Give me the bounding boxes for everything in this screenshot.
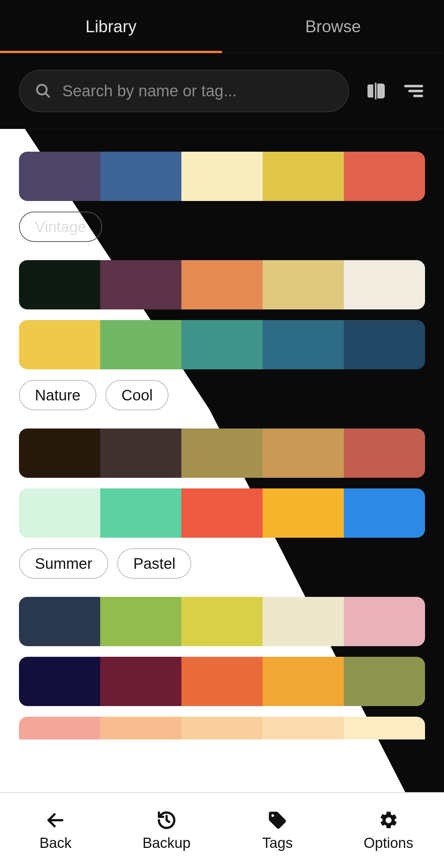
color-swatch[interactable] [100,597,181,646]
options-label: Options [364,835,413,851]
color-swatch[interactable] [263,152,344,201]
svg-line-1 [46,93,50,97]
palette-row[interactable] [19,260,425,309]
palette-row[interactable] [19,597,425,646]
filter-icon[interactable] [402,80,425,102]
color-swatch[interactable] [344,597,425,646]
color-swatch[interactable] [263,429,344,478]
tag-row: NatureCool [19,380,425,410]
color-swatch[interactable] [263,717,344,739]
palette-row[interactable] [19,429,425,478]
color-swatch[interactable] [100,260,181,309]
color-swatch[interactable] [181,429,263,478]
tag-row: SummerPastel [19,548,425,579]
palette-row[interactable] [19,717,425,739]
color-swatch[interactable] [19,488,100,538]
color-swatch[interactable] [181,717,263,739]
color-swatch[interactable] [344,152,425,201]
palette-row[interactable] [19,657,425,706]
gear-icon [378,810,399,830]
color-swatch[interactable] [19,657,100,706]
color-swatch[interactable] [19,152,100,201]
tag-row: Vintage [19,212,425,242]
backup-button[interactable]: Backup [111,810,222,851]
options-button[interactable]: Options [333,810,444,851]
color-swatch[interactable] [100,657,181,706]
tab-library[interactable]: Library [0,0,222,53]
color-swatch[interactable] [181,320,263,369]
color-swatch[interactable] [100,488,181,538]
color-swatch[interactable] [181,260,263,309]
color-swatch[interactable] [344,320,425,369]
tag-chip[interactable]: Pastel [117,548,191,579]
bottom-toolbar: Back Backup Tags Options [0,792,444,868]
color-swatch[interactable] [344,260,425,309]
color-swatch[interactable] [263,260,344,309]
history-icon [156,810,177,830]
color-swatch[interactable] [19,260,100,309]
palette-compare-icon[interactable] [364,80,387,102]
tags-label: Tags [262,835,293,851]
tags-button[interactable]: Tags [222,810,333,851]
color-swatch[interactable] [263,488,344,538]
color-swatch[interactable] [181,152,263,201]
tag-chip[interactable]: Nature [19,380,96,410]
search-input[interactable] [62,82,333,100]
back-label: Back [39,835,71,851]
palette-row[interactable] [19,152,425,201]
arrow-left-icon [45,810,66,830]
color-swatch[interactable] [263,657,344,706]
color-swatch[interactable] [100,320,181,369]
color-swatch[interactable] [344,429,425,478]
tag-chip[interactable]: Vintage [19,212,102,242]
color-swatch[interactable] [19,717,100,739]
tag-icon [267,810,288,830]
palette-row[interactable] [19,488,425,538]
color-swatch[interactable] [19,597,100,646]
color-swatch[interactable] [100,152,181,201]
color-swatch[interactable] [181,597,263,646]
tag-chip[interactable]: Cool [105,380,168,410]
color-swatch[interactable] [263,597,344,646]
top-tabs: Library Browse [0,0,444,53]
color-swatch[interactable] [181,657,263,706]
color-swatch[interactable] [263,320,344,369]
color-swatch[interactable] [19,320,100,369]
color-swatch[interactable] [100,429,181,478]
color-swatch[interactable] [344,657,425,706]
search-icon [35,83,52,99]
color-swatch[interactable] [344,488,425,538]
palette-row[interactable] [19,320,425,369]
palette-list: VintageNatureCoolSummerPastel [0,129,444,755]
color-swatch[interactable] [100,717,181,739]
tab-browse-label: Browse [305,17,361,36]
backup-label: Backup [142,835,191,851]
search-row [0,53,444,129]
color-swatch[interactable] [19,429,100,478]
color-swatch[interactable] [181,488,263,538]
tag-chip[interactable]: Summer [19,548,108,579]
search-box[interactable] [19,70,349,112]
tab-library-label: Library [85,17,137,36]
tab-browse[interactable]: Browse [222,0,444,53]
color-swatch[interactable] [344,717,425,739]
back-button[interactable]: Back [0,810,111,851]
svg-point-0 [37,85,47,94]
